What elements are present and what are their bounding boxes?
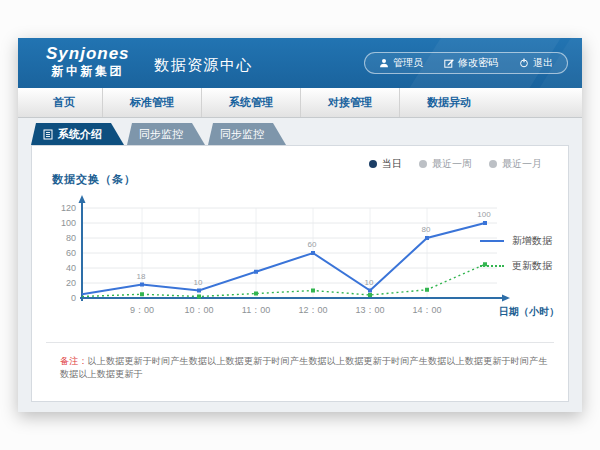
legend-label: 新增数据 (512, 234, 552, 248)
edit-icon (444, 58, 454, 68)
tab-同步监控-1[interactable]: 同步监控 (127, 123, 205, 145)
svg-text:日期（小时）: 日期（小时） (499, 306, 559, 317)
user-action-label: 退出 (533, 56, 553, 70)
nav-item-系统管理[interactable]: 系统管理 (202, 88, 301, 117)
svg-text:100: 100 (61, 218, 76, 228)
range-option-label: 当日 (382, 157, 402, 171)
user-action-label: 修改密码 (458, 56, 498, 70)
tab-label: 系统介绍 (58, 123, 102, 145)
range-option-label: 最近一月 (502, 157, 542, 171)
svg-text:10: 10 (194, 278, 203, 287)
app-window: Synjones 新中新集团 数据资源中心 管理员修改密码退出 首页标准管理系统… (18, 38, 582, 412)
svg-text:13：00: 13：00 (355, 305, 384, 315)
range-option-最近一周[interactable]: 最近一周 (419, 157, 472, 171)
footnote-text: 以上数据更新于时间产生数据以上数据更新于时间产生数据以上数据更新于时间产生数据以… (60, 356, 548, 379)
tab-label: 同步监控 (220, 123, 264, 145)
radio-dot-icon (369, 160, 377, 168)
brand-logo: Synjones 新中新集团 (46, 44, 130, 79)
svg-text:12：00: 12：00 (298, 305, 327, 315)
chart-panel: 当日最近一周最近一月 数据交换（条） 0204060801001209：0010… (31, 145, 569, 402)
user-action-修改密码[interactable]: 修改密码 (444, 56, 498, 70)
legend-item-更新数据: 更新数据 (480, 259, 552, 273)
footnote: 备注：以上数据更新于时间产生数据以上数据更新于时间产生数据以上数据更新于时间产生… (60, 355, 552, 381)
svg-text:18: 18 (137, 272, 146, 281)
svg-text:9：00: 9：00 (130, 305, 154, 315)
svg-text:120: 120 (61, 203, 76, 213)
svg-text:60: 60 (66, 248, 76, 258)
svg-text:11：00: 11：00 (242, 305, 270, 315)
svg-text:80: 80 (66, 233, 76, 243)
tab-label: 同步监控 (139, 123, 183, 145)
content-area: 系统介绍同步监控同步监控 当日最近一周最近一月 数据交换（条） 02040608… (18, 118, 582, 412)
panel-divider (46, 342, 554, 343)
svg-text:0: 0 (71, 293, 76, 303)
page-title: 数据资源中心 (154, 56, 253, 75)
nav-item-首页[interactable]: 首页 (26, 88, 103, 117)
range-option-最近一月[interactable]: 最近一月 (489, 157, 542, 171)
svg-text:100: 100 (477, 210, 491, 219)
nav-item-数据异动[interactable]: 数据异动 (400, 88, 498, 117)
svg-text:80: 80 (422, 225, 431, 234)
radio-dot-icon (419, 160, 427, 168)
user-icon (379, 58, 389, 68)
legend-line-swatch (480, 240, 504, 242)
range-option-label: 最近一周 (432, 157, 472, 171)
svg-text:20: 20 (66, 278, 76, 288)
nav-item-对接管理[interactable]: 对接管理 (301, 88, 400, 117)
user-action-退出[interactable]: 退出 (519, 56, 553, 70)
main-nav: 首页标准管理系统管理对接管理数据异动 (18, 88, 582, 118)
logo-text: Synjones (46, 44, 130, 64)
legend-item-新增数据: 新增数据 (480, 234, 552, 248)
app-header: Synjones 新中新集团 数据资源中心 管理员修改密码退出 (18, 38, 582, 88)
footnote-prefix: 备注： (60, 356, 88, 366)
svg-text:10：00: 10：00 (184, 305, 213, 315)
tab-同步监控-2[interactable]: 同步监控 (208, 123, 286, 145)
svg-text:60: 60 (308, 240, 317, 249)
radio-dot-icon (489, 160, 497, 168)
document-icon (43, 129, 53, 140)
power-icon (519, 58, 529, 68)
y-axis-title: 数据交换（条） (52, 172, 136, 187)
svg-text:40: 40 (66, 263, 76, 273)
svg-text:14：00: 14：00 (412, 305, 441, 315)
series-legend: 新增数据更新数据 (480, 234, 552, 273)
user-action-label: 管理员 (393, 56, 423, 70)
range-option-当日[interactable]: 当日 (369, 157, 402, 171)
nav-item-标准管理[interactable]: 标准管理 (103, 88, 202, 117)
range-selector: 当日最近一周最近一月 (369, 157, 542, 171)
user-toolbar: 管理员修改密码退出 (364, 52, 568, 74)
legend-label: 更新数据 (512, 259, 552, 273)
tab-系统介绍-0[interactable]: 系统介绍 (31, 123, 124, 145)
svg-text:10: 10 (365, 278, 374, 287)
legend-line-swatch (480, 265, 504, 267)
logo-subtext: 新中新集团 (46, 64, 130, 79)
user-action-管理员[interactable]: 管理员 (379, 56, 423, 70)
tab-bar: 系统介绍同步监控同步监控 (31, 123, 582, 145)
